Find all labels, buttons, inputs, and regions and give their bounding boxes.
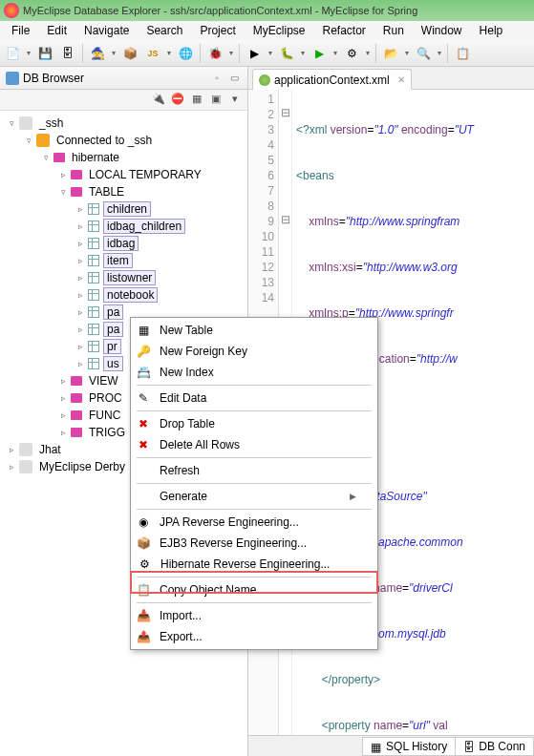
menu-delete-rows[interactable]: ✖Delete All Rows [133, 434, 375, 455]
database-icon [19, 443, 32, 456]
node-func[interactable]: FUNC [86, 409, 123, 422]
menu-myeclipse[interactable]: MyEclipse [246, 22, 313, 39]
exec-icon[interactable]: ▣ [207, 90, 224, 107]
folder-icon [71, 428, 82, 437]
menu-new-fk[interactable]: 🔑New Foreign Key [133, 341, 375, 362]
node-proc[interactable]: PROC [86, 391, 125, 405]
run-button[interactable]: ▶ [244, 43, 265, 64]
editor-tab-active[interactable]: applicationContext.xml ✕ [252, 69, 412, 90]
node-jhat[interactable]: Jhat [36, 443, 64, 456]
table-icon [88, 272, 99, 284]
menu-project[interactable]: Project [192, 22, 243, 39]
generate-icon [135, 488, 152, 505]
tab-db-conn[interactable]: 🗄DB Conn [455, 737, 534, 756]
node-local-temp[interactable]: LOCAL TEMPORARY [86, 168, 204, 181]
table-idbag-children[interactable]: idbag_children [103, 219, 185, 234]
delete-icon: ✖ [135, 415, 152, 432]
db-browser-tab[interactable]: DB Browser ▫ ▭ [0, 67, 247, 90]
context-menu: ▦New Table 🔑New Foreign Key 📇New Index ✎… [130, 317, 378, 650]
more-button[interactable]: 📋 [452, 43, 473, 64]
menu-new-table[interactable]: ▦New Table [133, 320, 375, 341]
menu-icon[interactable]: ▾ [226, 90, 244, 107]
table-children[interactable]: children [103, 201, 151, 217]
db-browser-toolbar: 🔌 ⛔ ▦ ▣ ▾ [0, 90, 247, 111]
menu-edit[interactable]: Edit [39, 22, 75, 39]
expander-icon[interactable]: ▿ [23, 135, 34, 146]
open-type-button[interactable]: 📂 [380, 43, 401, 64]
new-drop[interactable]: ▾ [25, 43, 32, 64]
deploy-button[interactable]: 📦 [119, 43, 140, 64]
debug2-button[interactable]: 🐛 [276, 43, 297, 64]
tab-sql-history[interactable]: ▦SQL History [362, 737, 456, 756]
table-notebook[interactable]: notebook [103, 287, 158, 303]
menu-jpa[interactable]: ◉JPA Reverse Engineering... [133, 512, 375, 533]
minimize-icon[interactable]: ▫ [209, 71, 224, 86]
menu-edit-data[interactable]: ✎Edit Data [133, 388, 375, 409]
node-table-folder[interactable]: TABLE [86, 185, 127, 199]
saveall-button[interactable]: 🗄 [57, 43, 78, 64]
folder-icon [71, 393, 82, 403]
node-derby[interactable]: MyEclipse Derby [36, 460, 128, 473]
table-icon [88, 358, 99, 369]
node-connected[interactable]: Connected to _ssh [53, 134, 155, 147]
menu-navigate[interactable]: Navigate [76, 22, 137, 39]
run2-button[interactable]: ▶ [309, 43, 330, 64]
debug-button[interactable]: 🐞 [204, 43, 225, 64]
table-icon [88, 203, 99, 215]
folder-icon [71, 410, 82, 420]
maximize-icon[interactable]: ▭ [226, 71, 242, 86]
new-button[interactable]: 📄 [2, 43, 23, 64]
sql-icon[interactable]: ▦ [188, 90, 205, 107]
table-item[interactable]: item [103, 253, 133, 268]
table-row[interactable]: pr [103, 339, 121, 354]
expander-icon[interactable]: ▿ [40, 152, 52, 163]
menu-file[interactable]: File [4, 22, 37, 39]
node-ssh[interactable]: _ssh [36, 116, 66, 130]
table-row[interactable]: pa [103, 304, 123, 320]
menu-hibernate[interactable]: ⚙Hibernate Reverse Engineering... [133, 554, 375, 575]
menu-ejb3[interactable]: 📦EJB3 Reverse Engineering... [133, 533, 375, 554]
expander-icon[interactable]: ▿ [57, 186, 69, 198]
connect-icon[interactable]: 🔌 [150, 90, 167, 107]
table-row[interactable]: us [103, 356, 123, 371]
browser-button[interactable]: 🌐 [175, 43, 196, 64]
menu-refresh[interactable]: Refresh [133, 460, 375, 481]
node-hibernate[interactable]: hibernate [69, 151, 122, 164]
menu-copy[interactable]: 📋Copy Object Name [133, 579, 375, 600]
expander-icon[interactable]: ▿ [6, 117, 17, 129]
refresh-icon [135, 462, 152, 479]
schema-icon [53, 153, 65, 162]
menu-drop-table[interactable]: ✖Drop Table [133, 413, 375, 434]
menu-run[interactable]: Run [375, 22, 412, 39]
import-icon: 📥 [135, 607, 152, 624]
node-trigger[interactable]: TRIGG [86, 426, 128, 439]
jpa-icon: ◉ [135, 514, 152, 531]
ext-button[interactable]: ⚙ [341, 43, 362, 64]
close-icon[interactable]: ✕ [397, 74, 405, 85]
database-icon [19, 460, 32, 473]
expander-icon[interactable]: ▹ [57, 169, 69, 180]
menu-help[interactable]: Help [472, 22, 511, 39]
menu-window[interactable]: Window [414, 22, 470, 39]
search-button[interactable]: 🔍 [413, 43, 434, 64]
table-row[interactable]: pa [103, 322, 123, 337]
table-icon [88, 289, 99, 301]
new-table-icon: ▦ [135, 322, 152, 339]
folder-icon [71, 376, 82, 386]
database-icon [19, 116, 32, 130]
menu-new-index[interactable]: 📇New Index [133, 362, 375, 383]
wizard-button[interactable]: 🧙 [87, 43, 108, 64]
menu-refactor[interactable]: Refactor [314, 22, 373, 39]
menu-import[interactable]: 📥Import... [133, 605, 375, 626]
menu-generate[interactable]: Generate▶ [133, 486, 375, 507]
node-view[interactable]: VIEW [86, 374, 121, 388]
menu-search[interactable]: Search [139, 22, 190, 39]
js-button[interactable]: JS [142, 43, 163, 64]
menu-export[interactable]: 📤Export... [133, 626, 375, 647]
disconnect-icon[interactable]: ⛔ [169, 90, 186, 107]
wizard-drop[interactable]: ▾ [110, 43, 117, 64]
titlebar: MyEclipse Database Explorer - ssh/src/ap… [0, 0, 534, 21]
table-listowner[interactable]: listowner [103, 270, 156, 285]
save-button[interactable]: 💾 [34, 43, 55, 64]
table-idbag[interactable]: idbag [103, 236, 139, 251]
